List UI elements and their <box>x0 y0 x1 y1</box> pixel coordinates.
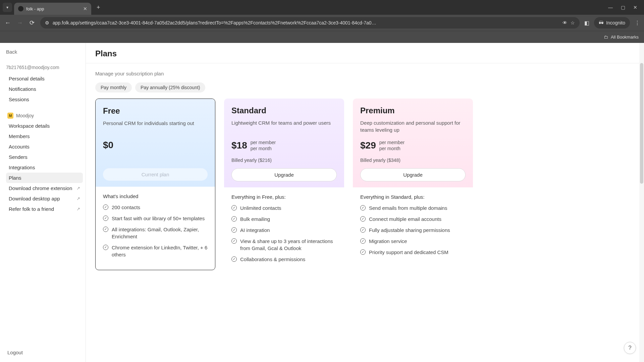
star-icon[interactable]: ☆ <box>571 20 575 25</box>
page-subtitle: Manage your subscription plan <box>95 71 635 76</box>
check-icon: ✓ <box>103 227 108 232</box>
plan-card-premium: Premium Deep customization and personal … <box>353 99 473 270</box>
plan-price: $18 <box>231 140 247 151</box>
sidebar-item-integrations[interactable]: Integrations <box>6 162 83 173</box>
feature-item: ✓200 contacts <box>103 204 208 211</box>
incognito-chip[interactable]: 🕶 Incognito <box>594 17 630 28</box>
bookmarks-bar: 🗀 All Bookmarks <box>0 31 644 43</box>
sidebar-item-notifications[interactable]: Notifications <box>6 84 83 94</box>
plan-desc: Lightweight CRM for teams and power user… <box>231 119 337 133</box>
workspace-header[interactable]: M Moodjoy <box>6 111 83 121</box>
url-text: app.folk.app/settings/ccaa7ca2-3ce3-4001… <box>53 20 559 25</box>
chevron-down-icon: ▾ <box>6 5 8 10</box>
sidebar-item-members[interactable]: Members <box>6 131 83 141</box>
external-link-icon: ↗ <box>76 206 80 212</box>
plan-name: Premium <box>360 106 466 115</box>
forward-icon[interactable]: → <box>16 19 23 26</box>
incognito-label: Incognito <box>606 20 625 25</box>
sidebar-item-desktop-app[interactable]: Download desktop app↗ <box>6 193 83 204</box>
plan-price: $0 <box>103 140 113 150</box>
eye-off-icon[interactable]: 👁 <box>562 20 567 25</box>
feature-item: ✓All integrations: Gmail, Outlook, Zapie… <box>103 226 208 240</box>
plans-grid: Free Personal CRM for individuals starti… <box>95 99 635 270</box>
scroll-thumb[interactable] <box>640 63 643 184</box>
check-icon: ✓ <box>231 256 237 262</box>
address-bar[interactable]: ⚙ app.folk.app/settings/ccaa7ca2-3ce3-40… <box>40 17 580 28</box>
page-title: Plans <box>95 49 635 58</box>
scrollbar[interactable] <box>639 43 644 362</box>
browser-tab[interactable]: folk - app ✕ <box>14 3 91 15</box>
workspace-badge: M <box>7 113 13 119</box>
sidebar-item-personal-details[interactable]: Personal details <box>6 73 83 84</box>
sidebar-item-chrome-extension[interactable]: Download chrome extension↗ <box>6 183 83 193</box>
feature-item: ✓Unlimited contacts <box>231 204 337 212</box>
site-settings-icon[interactable]: ⚙ <box>45 20 49 25</box>
sidebar-item-senders[interactable]: Senders <box>6 152 83 162</box>
logout-button[interactable]: Logout <box>6 347 83 358</box>
check-icon: ✓ <box>360 216 366 222</box>
sidebar-item-workspace-details[interactable]: Workspace details <box>6 121 83 131</box>
maximize-icon[interactable]: ▢ <box>621 5 625 10</box>
workspace-name: Moodjoy <box>16 113 34 118</box>
back-icon[interactable]: ← <box>4 19 11 26</box>
check-icon: ✓ <box>360 227 366 233</box>
feature-item: ✓Collaborations & permissions <box>231 256 337 263</box>
close-window-icon[interactable]: ✕ <box>633 5 637 10</box>
tab-title: folk - app <box>26 6 44 11</box>
help-button[interactable]: ? <box>624 342 636 354</box>
main-panel: Plans Manage your subscription plan Pay … <box>86 43 644 362</box>
check-icon: ✓ <box>360 249 366 255</box>
external-link-icon: ↗ <box>76 186 80 191</box>
tab-search-button[interactable]: ▾ <box>3 3 12 12</box>
plan-name: Free <box>103 106 208 116</box>
reload-icon[interactable]: ⟳ <box>28 19 36 26</box>
check-icon: ✓ <box>103 204 108 210</box>
included-title: Everything in Free, plus: <box>231 194 337 200</box>
sidebar-item-refer[interactable]: Refer folk to a friend↗ <box>6 204 83 214</box>
close-icon[interactable]: ✕ <box>83 6 87 11</box>
feature-item: ✓Bulk emailing <box>231 216 337 223</box>
external-link-icon: ↗ <box>76 196 80 201</box>
folder-icon: 🗀 <box>604 35 608 40</box>
feature-item: ✓Connect multiple email accounts <box>360 216 466 223</box>
settings-sidebar: Back 7b217651@moodjoy.com Personal detai… <box>0 43 86 362</box>
feature-item: ✓Priority support and dedicated CSM <box>360 249 466 256</box>
incognito-icon: 🕶 <box>599 20 603 25</box>
menu-icon[interactable]: ⋮ <box>635 20 640 26</box>
plan-desc: Deep customization and personal support … <box>360 119 466 133</box>
window-controls: — ▢ ✕ <box>608 5 641 10</box>
account-email: 7b217651@moodjoy.com <box>6 65 83 70</box>
plan-card-standard: Standard Lightweight CRM for teams and p… <box>224 99 344 270</box>
sidebar-item-sessions[interactable]: Sessions <box>6 94 83 105</box>
included-title: What's included <box>103 193 208 199</box>
side-panel-icon[interactable]: ◧ <box>584 20 589 26</box>
toggle-monthly[interactable]: Pay monthly <box>95 82 132 93</box>
back-link[interactable]: Back <box>6 49 83 55</box>
price-unit: per member per month <box>379 139 405 152</box>
feature-item: ✓Send emails from multiple domains <box>360 204 466 212</box>
upgrade-button[interactable]: Upgrade <box>360 168 466 181</box>
new-tab-button[interactable]: + <box>93 4 104 11</box>
check-icon: ✓ <box>360 205 366 210</box>
price-unit: per member per month <box>251 139 276 152</box>
minimize-icon[interactable]: — <box>608 5 613 10</box>
check-icon: ✓ <box>103 216 108 221</box>
sidebar-item-accounts[interactable]: Accounts <box>6 141 83 152</box>
plan-desc: Personal CRM for individuals starting ou… <box>103 120 208 134</box>
billing-toggle: Pay monthly Pay annually (25% discount) <box>95 82 635 93</box>
feature-item: ✓Fully adjustable sharing permissions <box>360 227 466 234</box>
billed-text: Billed yearly ($216) <box>231 158 337 163</box>
main-body: Manage your subscription plan Pay monthl… <box>86 63 644 278</box>
upgrade-button[interactable]: Upgrade <box>231 168 337 181</box>
toggle-annually[interactable]: Pay annually (25% discount) <box>135 82 205 93</box>
app-content: Back 7b217651@moodjoy.com Personal detai… <box>0 43 644 362</box>
feature-item: ✓AI integration <box>231 227 337 234</box>
check-icon: ✓ <box>231 238 237 244</box>
all-bookmarks-button[interactable]: All Bookmarks <box>611 35 639 40</box>
feature-item: ✓View & share up to 3 years of interacti… <box>231 238 337 252</box>
check-icon: ✓ <box>103 245 108 250</box>
sidebar-item-plans[interactable]: Plans <box>6 173 83 183</box>
check-icon: ✓ <box>231 205 237 210</box>
check-icon: ✓ <box>231 216 237 222</box>
main-header: Plans <box>86 43 644 63</box>
